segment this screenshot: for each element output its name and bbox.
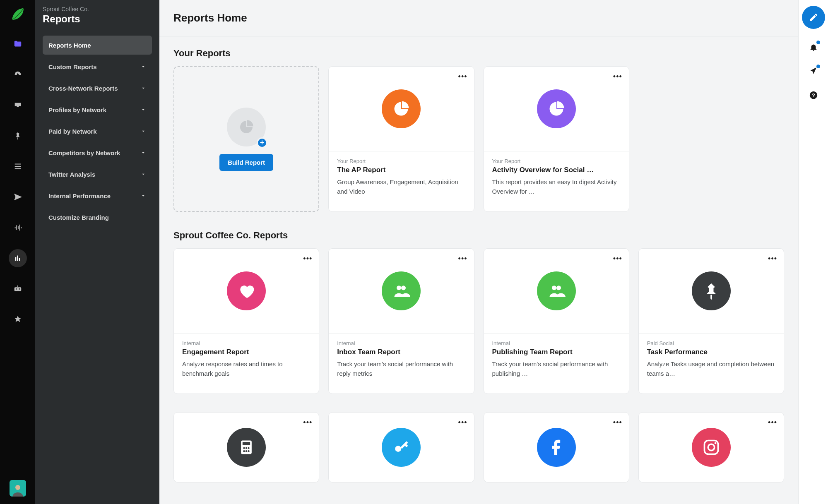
card-description: Analyze Tasks usage and completion betwe…	[647, 360, 775, 378]
report-card[interactable]: •••	[638, 412, 784, 482]
card-title: Engagement Report	[182, 348, 310, 356]
card-category: Internal	[337, 340, 465, 346]
rail-item-reports[interactable]	[9, 249, 27, 267]
card-description: This report provides an easy to digest A…	[492, 178, 621, 196]
sidebar-item-profiles-by-network[interactable]: Profiles by Network	[43, 100, 152, 119]
user-avatar[interactable]	[10, 480, 26, 497]
rail-item-publishing[interactable]	[9, 188, 27, 206]
sidebar-title: Reports	[43, 13, 152, 25]
plus-badge-icon: +	[257, 137, 267, 148]
card-visual	[639, 413, 784, 482]
svg-point-1	[397, 286, 401, 290]
rail-item-reviews[interactable]	[9, 310, 27, 329]
sidebar-item-customize-branding[interactable]: Customize Branding	[43, 208, 152, 227]
report-card[interactable]: •••	[173, 412, 319, 482]
card-title: Task Performance	[647, 348, 775, 356]
card-visual	[329, 249, 474, 333]
svg-point-7	[243, 447, 245, 449]
report-card[interactable]: ••• Internal Inbox Team Report Track you…	[328, 248, 474, 394]
card-row: ••• Internal Engagement Report Analyze r…	[173, 248, 784, 394]
card-visual	[329, 67, 474, 151]
sidebar-item-label: Competitors by Network	[48, 149, 120, 156]
svg-point-3	[552, 286, 556, 290]
activity-indicator	[816, 65, 820, 68]
chevron-down-icon	[140, 107, 146, 113]
page-title: Reports Home	[173, 12, 784, 24]
card-title: Publishing Team Report	[492, 348, 621, 356]
rail-item-listening[interactable]	[9, 218, 27, 237]
card-more-icon[interactable]: •••	[458, 72, 467, 81]
card-visual	[329, 413, 474, 482]
card-icon	[382, 428, 421, 467]
rail-item-inbox[interactable]	[9, 96, 27, 114]
report-card[interactable]: ••• Internal Publishing Team Report Trac…	[484, 248, 629, 394]
build-report-card[interactable]: + Build Report	[173, 66, 319, 212]
sidebar-item-internal-performance[interactable]: Internal Performance	[43, 186, 152, 205]
report-card[interactable]: ••• Your Report The AP Report Group Awar…	[328, 66, 474, 212]
card-title: Activity Overview for Social …	[492, 166, 621, 174]
report-card[interactable]: ••• Paid Social Task Performance Analyze…	[638, 248, 784, 394]
sidebar-item-reports-home[interactable]: Reports Home	[43, 36, 152, 55]
notifications-indicator	[816, 41, 820, 44]
card-description: Track your team's social performance wit…	[337, 360, 465, 378]
card-icon	[692, 428, 731, 467]
chevron-down-icon	[140, 85, 146, 91]
card-more-icon[interactable]: •••	[303, 418, 312, 427]
chevron-down-icon	[140, 128, 146, 134]
notifications-bell[interactable]	[808, 41, 819, 53]
chevron-down-icon	[140, 193, 146, 199]
card-more-icon[interactable]: •••	[768, 254, 777, 263]
chevron-down-icon	[140, 64, 146, 70]
card-more-icon[interactable]: •••	[613, 72, 622, 81]
report-card[interactable]: •••	[484, 412, 629, 482]
global-rail	[0, 0, 35, 504]
reports-sidebar: Sprout Coffee Co. Reports Reports HomeCu…	[35, 0, 159, 504]
card-more-icon[interactable]: •••	[303, 254, 312, 263]
main-content: Reports Home Your Reports + Build Report…	[159, 0, 798, 504]
svg-text:?: ?	[812, 92, 815, 98]
build-report-icon: +	[227, 108, 266, 146]
chevron-down-icon	[140, 171, 146, 177]
svg-point-8	[246, 447, 247, 449]
card-body: Your Report The AP Report Group Awarenes…	[329, 151, 474, 211]
sidebar-item-twitter-analysis[interactable]: Twitter Analysis	[43, 165, 152, 184]
card-visual	[174, 249, 319, 333]
card-icon	[382, 271, 421, 310]
build-report-button[interactable]: Build Report	[219, 154, 273, 171]
card-more-icon[interactable]: •••	[768, 418, 777, 427]
card-more-icon[interactable]: •••	[613, 418, 622, 427]
sidebar-item-custom-reports[interactable]: Custom Reports	[43, 57, 152, 76]
rail-item-pin[interactable]	[9, 127, 27, 145]
report-card[interactable]: •••	[328, 412, 474, 482]
org-name: Sprout Coffee Co.	[43, 6, 152, 12]
card-body: Internal Publishing Team Report Track yo…	[484, 333, 629, 394]
activity-icon[interactable]	[808, 65, 819, 77]
card-more-icon[interactable]: •••	[613, 254, 622, 263]
svg-point-12	[248, 450, 249, 452]
compose-button[interactable]	[802, 6, 825, 29]
card-row: + Build Report ••• Your Report The AP Re…	[173, 66, 784, 212]
sidebar-item-cross-network-reports[interactable]: Cross-Network Reports	[43, 79, 152, 98]
sidebar-item-label: Twitter Analysis	[48, 171, 95, 178]
card-visual	[484, 413, 629, 482]
rail-item-bot[interactable]	[9, 280, 27, 298]
sidebar-item-label: Internal Performance	[48, 192, 111, 199]
sidebar-item-label: Paid by Network	[48, 128, 97, 135]
report-card[interactable]: ••• Your Report Activity Overview for So…	[484, 66, 629, 212]
rail-item-dashboard[interactable]	[9, 65, 27, 84]
card-icon	[382, 89, 421, 128]
card-visual	[484, 249, 629, 333]
rail-item-feed[interactable]	[9, 157, 27, 175]
card-body: Paid Social Task Performance Analyze Tas…	[639, 333, 784, 394]
sidebar-item-paid-by-network[interactable]: Paid by Network	[43, 122, 152, 141]
card-more-icon[interactable]: •••	[458, 418, 467, 427]
card-row: ••• ••• •••	[173, 412, 784, 482]
sidebar-item-competitors-by-network[interactable]: Competitors by Network	[43, 143, 152, 162]
card-more-icon[interactable]: •••	[458, 254, 467, 263]
rail-item-folder[interactable]	[9, 35, 27, 53]
help-icon[interactable]: ?	[808, 89, 819, 101]
chevron-down-icon	[140, 150, 146, 156]
section-heading: Sprout Coffee Co. Reports	[173, 230, 784, 241]
card-category: Paid Social	[647, 340, 775, 346]
report-card[interactable]: ••• Internal Engagement Report Analyze r…	[173, 248, 319, 394]
